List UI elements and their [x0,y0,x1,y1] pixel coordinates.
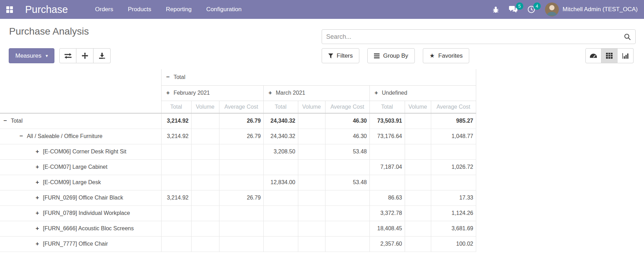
pivot-cell: 3,214.92 [161,129,191,144]
collapse-icon[interactable]: − [3,117,7,124]
pivot-col-group[interactable]: +February 2021 [161,85,263,101]
search-box [322,29,636,44]
pivot-row-header[interactable]: −All / Saleable / Office Furniture [0,129,161,144]
expand-icon[interactable]: + [36,240,39,247]
expand-icon[interactable]: + [36,179,39,186]
pivot-row-label: [E-COM07] Large Cabinet [43,164,107,170]
expand-icon[interactable]: + [375,89,378,96]
pivot-row-header[interactable]: −Total [0,113,161,129]
chart-view-button[interactable] [617,48,634,63]
expand-icon[interactable]: + [269,89,272,96]
pivot-cell [191,236,219,252]
pivot-col-root[interactable]: −Total [161,69,476,85]
pivot-cell: 1,048.77 [431,129,476,144]
pivot-cell [405,175,431,190]
pivot-cell: 100.02 [431,236,476,252]
navbar-right: 5 4 Mitchell Admin (TEST_OCA) [492,2,644,16]
pivot-row-label: [E-COM09] Large Desk [43,179,101,185]
measures-button[interactable]: Measures ▾ [9,48,54,63]
pivot-measure-header[interactable]: Total [263,101,298,113]
pivot-measure-header[interactable]: Average Cost [431,101,476,113]
pivot-row-header[interactable]: +[FURN_0789] Individual Workplace [0,205,161,221]
pivot-cell: 26.79 [219,129,263,144]
table-row: −All / Saleable / Office Furniture3,214.… [0,129,476,144]
download-button[interactable] [93,48,111,63]
pivot-cell: 86.63 [369,190,405,205]
search-icon[interactable] [620,34,635,40]
navbar-menu-item-products[interactable]: Products [128,6,151,13]
bars-icon [374,53,380,58]
pivot-measure-header[interactable]: Volume [405,101,431,113]
navbar-menu: OrdersProductsReportingConfiguration [95,6,242,13]
bar-chart-icon [622,53,629,59]
pivot-cell: 24,340.32 [263,113,298,129]
filters-button[interactable]: Filters [322,48,359,63]
collapse-icon[interactable]: − [166,74,170,81]
pivot-cell [263,190,298,205]
group-by-button[interactable]: Group By [367,48,415,63]
pivot-cell: 26.79 [219,190,263,205]
pivot-measure-header[interactable]: Total [369,101,405,113]
user-menu[interactable]: Mitchell Admin (TEST_OCA) [545,2,638,16]
expand-icon[interactable]: + [36,225,39,232]
flip-axis-button[interactable] [59,48,76,63]
expand-icon[interactable]: + [36,148,39,155]
pivot-cell: 3,681.69 [431,221,476,236]
pivot-cell [219,205,263,221]
pivot-cell [298,175,325,190]
pivot-cell: 46.30 [325,129,369,144]
top-navbar: Purchase OrdersProductsReportingConfigur… [0,0,644,19]
pivot-row-label: Total [11,118,23,124]
table-row: +[E-COM07] Large Cabinet7,187.041,026.72 [0,159,476,175]
messages-button[interactable]: 5 [509,6,518,13]
pivot-row-header[interactable]: +[E-COM09] Large Desk [0,175,161,190]
activities-count-badge: 4 [533,2,541,10]
pivot-col-group[interactable]: +March 2021 [263,85,369,101]
view-switcher [585,48,634,63]
dashboard-view-button[interactable] [585,48,601,63]
pivot-cell [405,221,431,236]
pivot-col-group[interactable]: +Undefined [369,85,476,101]
favorites-button[interactable]: ★ Favorites [423,48,469,63]
expand-all-button[interactable] [76,48,93,63]
group-by-label: Group By [383,52,408,59]
activities-button[interactable]: 4 [527,6,535,13]
navbar-menu-item-reporting[interactable]: Reporting [166,6,192,13]
debug-mode-button[interactable] [492,6,499,13]
pivot-cell: 3,372.78 [369,205,405,221]
pivot-row-header[interactable]: +[FURN_6666] Acoustic Bloc Screens [0,221,161,236]
pivot-row-header[interactable]: +[E-COM06] Corner Desk Right Sit [0,144,161,159]
collapse-icon[interactable]: − [20,133,23,140]
pivot-measure-header[interactable]: Average Cost [325,101,369,113]
search-input[interactable] [322,33,620,41]
measures-label: Measures [15,52,42,59]
pivot-cell [263,205,298,221]
navbar-menu-item-orders[interactable]: Orders [95,6,113,13]
app-brand[interactable]: Purchase [25,4,68,15]
bug-icon [492,6,499,13]
pivot-row-header[interactable]: +[FURN_7777] Office Chair [0,236,161,252]
pivot-measure-header[interactable]: Volume [191,101,219,113]
avatar [545,2,559,16]
pivot-row-header[interactable]: +[FURN_0269] Office Chair Black [0,190,161,205]
pivot-corner [0,69,161,85]
apps-menu-button[interactable] [0,0,19,19]
pivot-row-header[interactable]: +[E-COM07] Large Cabinet [0,159,161,175]
expand-icon[interactable]: + [36,164,39,171]
expand-icon[interactable]: + [36,210,39,217]
pivot-view-button[interactable] [601,48,617,63]
expand-icon[interactable]: + [36,194,39,201]
navbar-menu-item-configuration[interactable]: Configuration [206,6,241,13]
table-row: +[FURN_7777] Office Chair2,357.60100.02 [0,236,476,252]
pivot-measure-header[interactable]: Total [161,101,191,113]
expand-icon[interactable]: + [166,89,170,96]
pivot-col-group-label: Undefined [382,90,407,96]
pivot-measure-header[interactable]: Volume [298,101,325,113]
pivot-cell: 12,834.00 [263,175,298,190]
pivot-cell [161,205,191,221]
pivot-cell [191,129,219,144]
pivot-row-label: All / Saleable / Office Furniture [27,133,103,139]
pivot-row-label: [FURN_6666] Acoustic Bloc Screens [43,225,134,231]
pivot-cell [298,159,325,175]
pivot-measure-header[interactable]: Average Cost [219,101,263,113]
